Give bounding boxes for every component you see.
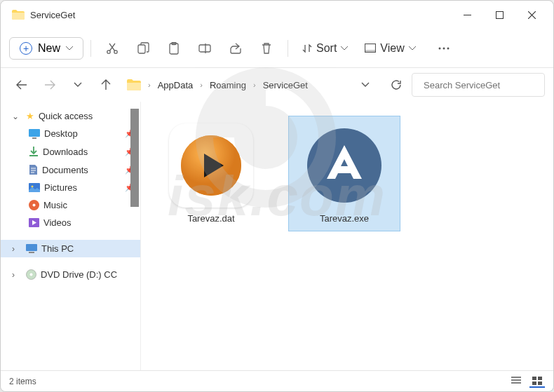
file-name: Tarevaz.dat: [187, 213, 234, 224]
file-pane[interactable]: Tarevaz.dat Tarevaz.exe: [141, 102, 553, 370]
svg-point-27: [307, 128, 381, 203]
item-count: 2 items: [9, 377, 36, 386]
sidebar-item-videos[interactable]: Videos: [1, 214, 140, 231]
plus-icon: +: [20, 42, 32, 55]
search-box[interactable]: [412, 73, 545, 97]
titlebar: ServiceGet: [1, 1, 553, 29]
sort-icon: [302, 43, 312, 53]
explorer-window: ServiceGet + New Sort View: [0, 0, 554, 392]
svg-rect-0: [464, 15, 471, 15]
chevron-down-icon: [409, 46, 416, 50]
sidebar-label: DVD Drive (D:) CC: [41, 269, 117, 280]
view-icon: [365, 43, 376, 53]
sidebar-item-pictures[interactable]: Pictures 📌: [1, 179, 140, 196]
svg-point-3: [114, 50, 117, 53]
chevron-down-icon: [66, 46, 73, 50]
breadcrumb-item[interactable]: AppData: [155, 79, 196, 92]
sidebar-label: Documents: [42, 165, 88, 175]
sidebar-label: Desktop: [44, 128, 78, 139]
svg-rect-28: [532, 377, 536, 380]
copy-button[interactable]: [129, 34, 157, 62]
more-button[interactable]: [430, 34, 458, 62]
sidebar-this-pc[interactable]: › This PC: [1, 240, 140, 257]
sidebar-item-downloads[interactable]: Downloads 📌: [1, 142, 140, 161]
music-icon: [29, 200, 39, 210]
chevron-down-icon: [341, 46, 348, 50]
close-button[interactable]: [515, 1, 548, 29]
new-label: New: [38, 42, 60, 55]
pictures-icon: [29, 183, 40, 192]
icons-view-toggle[interactable]: [529, 375, 545, 388]
star-icon: ★: [26, 111, 34, 121]
breadcrumb-dropdown[interactable]: [356, 82, 375, 88]
up-button[interactable]: [93, 72, 119, 97]
chevron-right-icon: ›: [12, 244, 22, 254]
svg-rect-29: [538, 377, 542, 380]
details-view-toggle[interactable]: [508, 375, 524, 388]
file-icon: [169, 123, 253, 208]
sort-button[interactable]: Sort: [295, 38, 355, 59]
scrollbar-thumb[interactable]: [130, 109, 139, 207]
sort-label: Sort: [316, 42, 337, 55]
separator: [288, 40, 288, 57]
sidebar-label: Music: [43, 200, 67, 210]
refresh-button[interactable]: [384, 72, 409, 97]
chevron-down-icon: ⌄: [12, 111, 22, 121]
svg-rect-1: [496, 11, 503, 18]
forward-button[interactable]: [37, 72, 62, 97]
svg-point-10: [438, 47, 440, 49]
file-item[interactable]: Tarevaz.dat: [155, 116, 267, 231]
file-icon: [302, 123, 386, 208]
breadcrumb[interactable]: › AppData › Roaming › ServiceGet: [121, 73, 381, 97]
sidebar-item-music[interactable]: Music: [1, 196, 140, 214]
view-button[interactable]: View: [358, 38, 422, 59]
svg-rect-31: [538, 381, 542, 385]
back-button[interactable]: [9, 72, 34, 97]
svg-rect-4: [138, 45, 145, 53]
svg-rect-5: [170, 43, 178, 54]
chevron-right-icon: ›: [148, 81, 151, 89]
window-title: ServiceGet: [30, 10, 75, 20]
paste-button[interactable]: [160, 34, 188, 62]
maximize-button[interactable]: [483, 1, 515, 29]
breadcrumb-item[interactable]: Roaming: [207, 79, 249, 92]
window-controls: [451, 1, 548, 29]
desktop-icon: [29, 129, 40, 139]
recent-button[interactable]: [65, 72, 90, 97]
documents-icon: [29, 164, 38, 175]
breadcrumb-item[interactable]: ServiceGet: [260, 79, 311, 92]
svg-point-11: [442, 47, 445, 49]
svg-rect-9: [365, 50, 376, 53]
body: ⌄ ★ Quick access Desktop 📌 Downloads 📌 D…: [1, 102, 553, 370]
svg-rect-30: [532, 381, 536, 385]
sidebar-label: Quick access: [39, 111, 93, 121]
svg-point-24: [30, 273, 33, 276]
sidebar-quick-access[interactable]: ⌄ ★ Quick access: [1, 107, 140, 125]
chevron-right-icon: ›: [200, 81, 203, 89]
share-button[interactable]: [222, 34, 250, 62]
svg-rect-22: [29, 252, 34, 253]
sidebar-label: Videos: [43, 217, 72, 228]
sidebar-label: Pictures: [44, 182, 77, 193]
disc-icon: [26, 269, 36, 280]
minimize-button[interactable]: [451, 1, 483, 29]
delete-button[interactable]: [252, 34, 281, 62]
videos-icon: [29, 218, 39, 227]
sidebar-item-documents[interactable]: Documents 📌: [1, 161, 140, 179]
folder-icon: [12, 10, 25, 20]
file-item[interactable]: Tarevaz.exe: [288, 116, 400, 231]
rename-button[interactable]: [191, 34, 219, 62]
toolbar: + New Sort View: [1, 29, 553, 68]
svg-point-12: [447, 47, 449, 49]
cut-button[interactable]: [98, 34, 126, 62]
svg-rect-14: [29, 129, 40, 137]
chevron-right-icon: ›: [253, 81, 256, 89]
svg-rect-7: [199, 45, 210, 52]
sidebar-dvd-drive[interactable]: › DVD Drive (D:) CC: [1, 266, 140, 283]
svg-point-2: [107, 50, 110, 53]
search-input[interactable]: [424, 80, 541, 90]
new-button[interactable]: + New: [9, 37, 83, 60]
svg-point-19: [33, 204, 36, 207]
sidebar-item-desktop[interactable]: Desktop 📌: [1, 125, 140, 142]
downloads-icon: [29, 146, 39, 157]
